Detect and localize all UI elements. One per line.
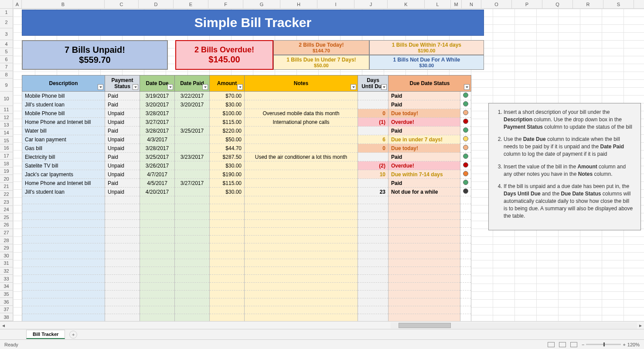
cell-payment-status[interactable]: Unpaid xyxy=(105,135,140,144)
row-header-23[interactable]: 23 xyxy=(0,198,13,206)
col-date-paid[interactable]: Date Paid xyxy=(175,75,210,92)
cell-notes[interactable] xyxy=(245,161,358,170)
col-header-F[interactable]: F xyxy=(208,0,243,8)
col-days-until-due[interactable]: Days Until Due xyxy=(358,75,388,92)
cell-date-due[interactable]: 3/25/2017 xyxy=(140,153,175,161)
table-row[interactable]: Mobile Phone bill Paid 3/19/2017 3/22/20… xyxy=(22,92,471,100)
cell-description[interactable]: Jill's student loan xyxy=(22,188,105,196)
cell-payment-status[interactable]: Unpaid xyxy=(105,109,140,118)
spreadsheet-grid[interactable]: Simple Bill Tracker 7 Bills Unpaid! $559… xyxy=(13,9,644,321)
cell-notes[interactable] xyxy=(245,127,358,135)
row-header-38[interactable]: 38 xyxy=(0,313,13,321)
row-header-6[interactable]: 6 xyxy=(0,56,13,64)
cell-date-due[interactable]: 3/26/2017 xyxy=(140,161,175,170)
col-header-C[interactable]: C xyxy=(105,0,139,8)
cell-description[interactable]: Satelite TV bill xyxy=(22,161,105,170)
cell-date-paid[interactable]: 3/20/2017 xyxy=(175,100,210,109)
row-header-15[interactable]: 15 xyxy=(0,137,13,144)
cell-due-date-status[interactable]: Paid xyxy=(388,92,460,100)
row-header-29[interactable]: 29 xyxy=(0,244,13,252)
cell-notes[interactable] xyxy=(245,92,358,100)
cell-amount[interactable]: $50.00 xyxy=(210,135,245,144)
cell-description[interactable]: Jack's car lpayments xyxy=(22,170,105,179)
cell-due-date-status[interactable]: Paid xyxy=(388,153,460,161)
col-header-G[interactable]: G xyxy=(243,0,280,8)
table-row[interactable]: Gas bill Unpaid 3/28/2017 $44.70 0 Due t… xyxy=(22,144,471,153)
row-header-28[interactable]: 28 xyxy=(0,236,13,244)
row-header-26[interactable]: 26 xyxy=(0,221,13,229)
col-header-J[interactable]: J xyxy=(354,0,388,8)
row-header-9[interactable]: 9 xyxy=(0,79,13,91)
col-header-P[interactable]: P xyxy=(512,0,542,8)
add-sheet-button[interactable]: + xyxy=(69,331,77,339)
row-header-24[interactable]: 24 xyxy=(0,206,13,214)
cell-amount[interactable]: $70.00 xyxy=(210,92,245,100)
cell-payment-status[interactable]: Paid xyxy=(105,153,140,161)
filter-icon[interactable] xyxy=(237,84,243,90)
filter-icon[interactable] xyxy=(202,84,208,90)
table-row-empty[interactable] xyxy=(22,220,471,228)
row-header-17[interactable]: 17 xyxy=(0,152,13,160)
cell-description[interactable]: Gas bill xyxy=(22,144,105,153)
table-row-empty[interactable] xyxy=(22,204,471,212)
table-row-empty[interactable] xyxy=(22,212,471,220)
column-headers[interactable]: ABCDEFGHIJKLMNOPQRS xyxy=(0,0,644,9)
cell-notes[interactable]: International phone calls xyxy=(245,118,358,127)
table-row-empty[interactable] xyxy=(22,228,471,236)
row-header-33[interactable]: 33 xyxy=(0,275,13,283)
cell-payment-status[interactable]: Unpaid xyxy=(105,144,140,153)
table-row-empty[interactable] xyxy=(22,243,471,251)
cell-due-date-status[interactable]: Overdue! xyxy=(388,118,460,127)
table-row-empty[interactable] xyxy=(22,259,471,267)
cell-amount[interactable]: $30.00 xyxy=(210,100,245,109)
filter-icon[interactable] xyxy=(98,84,103,90)
row-header-1[interactable]: 1 xyxy=(0,9,13,17)
zoom-slider[interactable]: − + 120% xyxy=(582,342,640,347)
table-row-empty[interactable] xyxy=(22,298,471,306)
row-header-36[interactable]: 36 xyxy=(0,298,13,306)
cell-description[interactable]: Home Phone and Intenet bill xyxy=(22,118,105,127)
row-header-22[interactable]: 22 xyxy=(0,191,13,198)
col-header-K[interactable]: K xyxy=(388,0,425,8)
row-header-10[interactable]: 10 xyxy=(0,92,13,106)
col-due-date-status[interactable]: Due Date Status xyxy=(388,75,471,92)
table-row-empty[interactable] xyxy=(22,196,471,204)
cell-days-until-due[interactable]: 10 xyxy=(358,170,388,179)
bills-table[interactable]: Description Payment Status Date Due Date… xyxy=(22,75,471,321)
col-header-S[interactable]: S xyxy=(603,0,634,8)
table-row-empty[interactable] xyxy=(22,251,471,259)
row-header-14[interactable]: 14 xyxy=(0,129,13,137)
cell-date-due[interactable]: 3/20/2017 xyxy=(140,100,175,109)
filter-icon[interactable] xyxy=(133,84,138,90)
row-header-4[interactable]: 4 xyxy=(0,40,13,48)
filter-icon[interactable] xyxy=(351,84,356,90)
col-header-O[interactable]: O xyxy=(481,0,512,8)
cell-amount[interactable]: $220.00 xyxy=(210,127,245,135)
cell-days-until-due[interactable] xyxy=(358,92,388,100)
cell-due-date-status[interactable]: Paid xyxy=(388,100,460,109)
cell-description[interactable]: Mobile Phone bill xyxy=(22,109,105,118)
row-header-12[interactable]: 12 xyxy=(0,114,13,122)
filter-icon[interactable] xyxy=(167,84,173,90)
cell-payment-status[interactable]: Unpaid xyxy=(105,170,140,179)
cell-description[interactable]: Mobile Phone bill xyxy=(22,92,105,100)
cell-due-date-status[interactable]: Due today! xyxy=(388,109,460,118)
cell-date-paid[interactable] xyxy=(175,144,210,153)
cell-description[interactable]: Electricity bill xyxy=(22,153,105,161)
cell-date-due[interactable]: 3/28/2017 xyxy=(140,144,175,153)
row-header-18[interactable]: 18 xyxy=(0,160,13,168)
col-header-I[interactable]: I xyxy=(317,0,354,8)
zoom-out-icon[interactable]: − xyxy=(582,342,584,347)
cell-date-due[interactable]: 3/28/2017 xyxy=(140,127,175,135)
table-row[interactable]: Electricity bill Paid 3/25/2017 3/23/201… xyxy=(22,153,471,161)
cell-amount[interactable]: $30.00 xyxy=(210,161,245,170)
row-header-8[interactable]: 8 xyxy=(0,71,13,79)
cell-date-due[interactable]: 4/3/2017 xyxy=(140,135,175,144)
cell-description[interactable]: Water bill xyxy=(22,127,105,135)
table-row[interactable]: Mobile Phone bill Unpaid 3/28/2017 $100.… xyxy=(22,109,471,118)
row-header-25[interactable]: 25 xyxy=(0,214,13,222)
cell-payment-status[interactable]: Unpaid xyxy=(105,161,140,170)
col-header-M[interactable]: M xyxy=(451,0,462,8)
cell-payment-status[interactable]: Unpaid xyxy=(105,118,140,127)
row-header-20[interactable]: 20 xyxy=(0,175,13,183)
